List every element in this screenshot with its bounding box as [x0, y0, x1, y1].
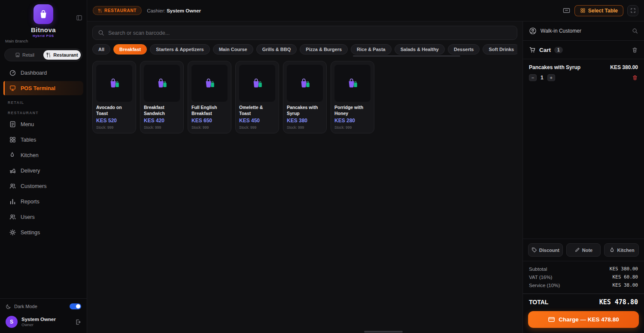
qty-increase-button[interactable]: + [547, 74, 555, 81]
category-tab-all[interactable]: All [92, 44, 110, 54]
page-scrollbar[interactable] [364, 331, 403, 333]
sidebar-item-menu[interactable]: Menu [3, 117, 83, 131]
shopping-bag-icon [346, 77, 359, 90]
charge-label: Charge — KES 478.80 [559, 316, 619, 323]
product-grid: Avocado on Toast KES 520 Stock: 999 Brea… [92, 61, 517, 329]
qty-value: 1 [541, 75, 544, 81]
sidebar-item-delivery[interactable]: Delivery [3, 163, 83, 178]
user-row: S System Owner Owner [6, 316, 81, 328]
category-tab-breakfast[interactable]: Breakfast [113, 44, 147, 54]
category-tab-grills-bbq[interactable]: Grills & BBQ [256, 44, 297, 54]
shopping-bag-icon [203, 77, 216, 90]
sidebar-nav: Dashboard POS Terminal RETAILRESTAURANT … [0, 62, 87, 241]
card-icon [548, 316, 555, 323]
category-tab-starters-appetizers[interactable]: Starters & Appetizers [150, 44, 210, 54]
sidebar-section-label: RETAIL [3, 97, 83, 107]
sidebar-item-pos-terminal[interactable]: POS Terminal [3, 81, 83, 95]
search-input[interactable] [108, 30, 512, 36]
category-tab-rice-pasta[interactable]: Rice & Pasta [351, 44, 392, 54]
topbar-actions: Select Table [562, 5, 638, 16]
product-card[interactable]: Avocado on Toast KES 520 Stock: 999 [92, 61, 136, 133]
panel-collapse-icon[interactable] [76, 15, 82, 21]
mode-retail-label: Retail [22, 52, 34, 58]
summary-label: VAT (16%) [529, 275, 552, 280]
cart-icon [529, 46, 536, 53]
brand-tagline: Hybrid POS [5, 34, 82, 38]
note-button[interactable]: Note [566, 243, 601, 257]
quantity-stepper: − 1 + [529, 74, 638, 81]
product-stock: Stock: 999 [239, 125, 275, 130]
remove-item-icon[interactable] [632, 75, 638, 81]
category-tab-salads-healthy[interactable]: Salads & Healthy [395, 44, 445, 54]
sidebar-item-label: Menu [21, 121, 34, 127]
shopping-bag-icon [108, 77, 121, 90]
customer-selector[interactable]: Walk-in Customer [523, 21, 644, 41]
summary-label: Subtotal [529, 266, 547, 272]
sidebar-item-label: Reports [21, 199, 39, 205]
product-price: KES 450 [239, 118, 275, 124]
cashier-label: Cashier: [147, 8, 165, 13]
product-stock: Stock: 999 [144, 125, 180, 130]
cart-item: Pancakes with Syrup KES 380.00 − 1 + [529, 64, 638, 81]
store-icon [15, 52, 20, 58]
cart-items-list: Pancakes with Syrup KES 380.00 − 1 + [523, 59, 644, 239]
category-tab-soft-drinks[interactable]: Soft Drinks [483, 44, 517, 54]
product-image [144, 65, 180, 102]
kitchen-button[interactable]: Kitchen [604, 243, 639, 257]
sidebar-item-reports[interactable]: Reports [3, 194, 83, 209]
shopping-bag-icon [251, 77, 264, 90]
dark-mode-toggle[interactable] [70, 303, 81, 309]
sidebar-item-customers[interactable]: Customers [3, 179, 83, 193]
fullscreen-button[interactable] [627, 5, 638, 16]
total-label: TOTAL [529, 299, 548, 306]
logout-icon[interactable] [75, 319, 81, 325]
category-tab-main-course[interactable]: Main Course [213, 44, 253, 54]
category-tab-desserts[interactable]: Desserts [448, 44, 480, 54]
discount-button[interactable]: Discount [528, 243, 563, 257]
product-name: Avocado on Toast [96, 105, 132, 116]
search-bar [92, 26, 517, 40]
summary-row: Subtotal KES 380.00 [529, 265, 638, 273]
qty-decrease-button[interactable]: − [529, 74, 537, 81]
summary-row: VAT (16%) KES 60.80 [529, 273, 638, 281]
cash-drawer-icon[interactable] [562, 6, 571, 15]
product-price: KES 520 [96, 118, 132, 124]
note-icon [574, 247, 580, 253]
tabs-scrollbar[interactable] [353, 55, 460, 57]
product-card[interactable]: Breakfast Sandwich KES 420 Stock: 999 [140, 61, 184, 133]
product-name: Omelette & Toast [239, 105, 275, 116]
customer-search-icon[interactable] [632, 28, 638, 34]
charge-button[interactable]: Charge — KES 478.80 [528, 311, 639, 328]
menu-icon [9, 121, 16, 128]
product-card[interactable]: Full English Breakfast KES 650 Stock: 99… [188, 61, 231, 133]
sidebar-item-settings[interactable]: Settings [3, 225, 83, 239]
sidebar-item-label: Customers [21, 183, 46, 189]
product-card[interactable]: Porridge with Honey KES 280 Stock: 999 [331, 61, 374, 133]
sidebar-item-kitchen[interactable]: Kitchen [3, 148, 83, 162]
select-table-button[interactable]: Select Table [574, 5, 623, 16]
sidebar-item-users[interactable]: Users [3, 210, 83, 224]
product-stock: Stock: 999 [191, 125, 228, 130]
pos-icon [9, 85, 16, 92]
category-tab-pizza-burgers[interactable]: Pizza & Burgers [300, 44, 348, 54]
cart-item-price: KES 380.00 [610, 64, 638, 70]
shopping-bag-icon [298, 77, 311, 90]
sidebar-item-tables[interactable]: Tables [3, 133, 83, 147]
grid-icon [580, 8, 586, 13]
product-card[interactable]: Pancakes with Syrup KES 380 Stock: 999 [283, 61, 327, 133]
clear-cart-icon[interactable] [632, 47, 638, 53]
mode-restaurant-label: Restaurant [53, 52, 78, 58]
summary-value: KES 60.80 [612, 274, 638, 280]
user-role: Owner [21, 322, 56, 327]
product-card[interactable]: Omelette & Toast KES 450 Stock: 999 [235, 61, 279, 133]
product-stock: Stock: 999 [96, 125, 132, 130]
mode-switcher: Retail Restaurant [4, 48, 82, 61]
search-icon [98, 30, 104, 36]
topbar: RESTAURANT Cashier: System Owner Select … [87, 0, 644, 21]
sidebar-item-label: Delivery [21, 168, 40, 174]
sidebar-item-dashboard[interactable]: Dashboard [3, 66, 83, 80]
mode-restaurant-button[interactable]: Restaurant [43, 50, 81, 60]
sidebar-item-label: Users [21, 214, 35, 220]
gauge-icon [9, 69, 16, 76]
mode-retail-button[interactable]: Retail [6, 50, 43, 60]
